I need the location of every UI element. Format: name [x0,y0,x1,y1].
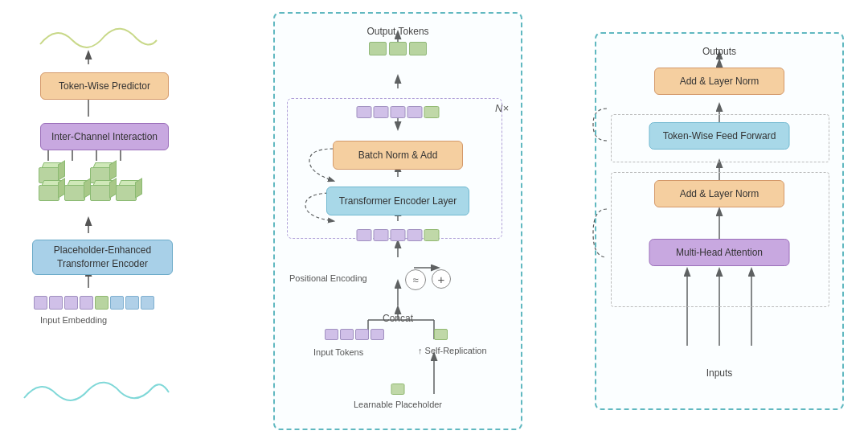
multi-head-attention-box: Multi-Head Attention [649,239,790,266]
middle-panel: Output Tokens N× Batch Norm & Add Transf… [273,12,522,430]
token-wise-predictor-label: Token-Wise Predictor [59,80,150,92]
placeholder-encoder-label: Placeholder-EnhancedTransformer Encoder [54,244,151,271]
output-tokens-row [369,42,427,55]
outputs-label: Outputs [702,46,736,57]
inputs-label: Inputs [706,367,733,379]
plus-symbol: + [432,269,451,289]
inner-top-token-row [357,106,440,118]
input-embedding-label: Input Embedding [40,315,107,325]
left-panel: Token-Wise Predictor Inter-Channel Inter… [16,8,193,434]
token-wise-ff-box: Token-Wise Feed Forward [649,122,790,150]
wave-symbol: ≈ [405,269,426,290]
placeholder-token-row [434,329,448,340]
input-embedding-tokens [34,296,154,310]
placeholder-encoder-box: Placeholder-EnhancedTransformer Encoder [32,240,173,275]
concat-label: Concat [383,313,413,324]
add-layer-norm-2-box: Add & Layer Norm [654,180,784,207]
inner-bottom-token-row [357,229,440,241]
input-tokens-label: Input Tokens [313,347,363,357]
learnable-placeholder-token [391,384,405,395]
cube-stacks [39,167,137,201]
wavy-line-top [32,16,161,56]
inter-channel-label: Inter-Channel Interaction [51,131,158,142]
batch-norm-box: Batch Norm & Add [333,141,463,170]
diagram-container: Token-Wise Predictor Inter-Channel Inter… [0,0,868,443]
transformer-encoder-box: Transformer Encoder Layer [326,187,469,215]
add-layer-norm-1-box: Add & Layer Norm [654,68,784,95]
token-wise-predictor-box: Token-Wise Predictor [40,72,169,100]
self-replication-label: ↑ Self-Replication [418,346,487,355]
input-tokens-row [325,329,384,340]
wavy-line-bottom [20,362,173,410]
inter-channel-box: Inter-Channel Interaction [40,123,169,150]
learnable-placeholder-label: Learnable Placeholder [354,400,442,409]
positional-encoding-label: Positional Encoding [289,273,367,283]
output-tokens-label: Output Tokens [366,26,428,37]
right-panel: Outputs Add & Layer Norm Token-Wise Feed… [595,32,844,410]
